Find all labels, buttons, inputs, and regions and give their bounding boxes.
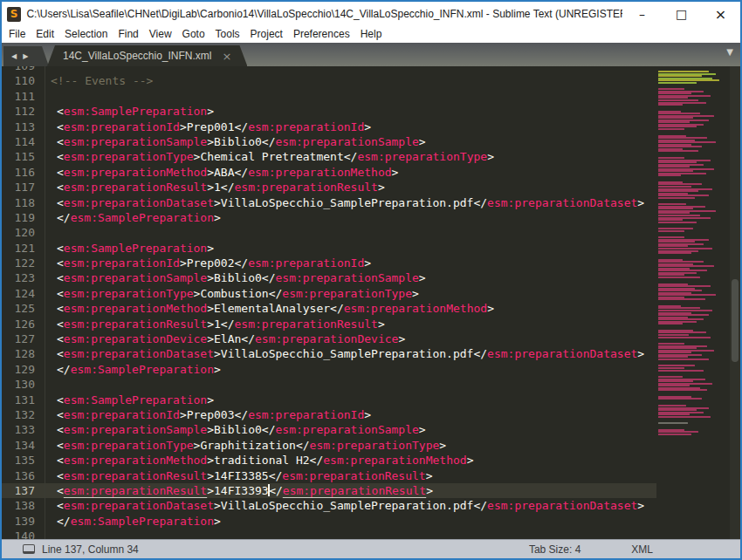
tab-close-icon[interactable]: × (223, 51, 232, 62)
code-line[interactable]: 127<esm:preparationDevice>ElAn</esm:prep… (2, 331, 656, 346)
code-text: <esm:preparationId>Prep002</esm:preparat… (45, 256, 371, 270)
code-line[interactable]: 124<esm:preparationType>Combustion</esm:… (2, 286, 656, 301)
code-line[interactable]: 133<esm:preparationSample>Biblio0</esm:p… (2, 422, 656, 437)
code-text: <esm:preparationId>Prep001</esm:preparat… (45, 120, 371, 134)
cursor-position[interactable]: Line 137, Column 34 (42, 543, 139, 556)
line-number: 138 (2, 498, 45, 513)
maximize-button[interactable]: □ (662, 2, 701, 26)
line-number: 131 (2, 393, 45, 407)
code-line[interactable]: 136<esm:preparationResult>14FI3385</esm:… (2, 468, 656, 483)
line-number: 114 (2, 134, 45, 149)
minimap-line (658, 318, 704, 320)
code-line[interactable]: 123<esm:preparationSample>Biblio0</esm:p… (2, 270, 656, 285)
code-line[interactable]: 110<!-- Events --> (2, 73, 656, 88)
code-line[interactable]: 129</esm:SamplePreparation> (2, 362, 656, 377)
code-line[interactable]: 115<esm:preparationType>Chemical Pretrea… (2, 149, 656, 164)
code-line[interactable]: 125<esm:preparationMethod>ElementalAnaly… (2, 301, 656, 316)
vertical-scrollbar[interactable] (730, 66, 740, 539)
code-line[interactable]: 131<esm:SamplePreparation> (2, 393, 656, 407)
sublime-logo-icon: S (7, 7, 21, 22)
code-line[interactable]: 122<esm:preparationId>Prep002</esm:prepa… (2, 256, 656, 270)
code-text (45, 377, 51, 392)
close-button[interactable]: × (701, 2, 740, 26)
code-line[interactable]: 134<esm:preparationType>Graphitization</… (2, 438, 656, 453)
line-number: 133 (2, 422, 45, 437)
window-title: C:\Users\Lisa\Seafile\CHNet\DigiLab\Carb… (26, 8, 622, 20)
code-line[interactable]: 119</esm:SamplePreparation> (2, 210, 656, 225)
menu-item-edit[interactable]: Edit (31, 26, 59, 43)
code-text (45, 89, 51, 104)
code-line[interactable]: 111 (2, 89, 656, 104)
minimap-line (658, 190, 698, 192)
tab-overflow-icon[interactable]: ▼ (726, 47, 733, 57)
code-line[interactable]: 128<esm:preparationDataset>VillaLoSpecch… (2, 346, 656, 361)
menu-item-file[interactable]: File (3, 26, 31, 43)
code-line[interactable]: 140 (2, 529, 656, 539)
code-line[interactable]: 139</esm:SamplePreparation> (2, 514, 656, 529)
code-line[interactable]: 135<esm:preparationMethod>traditional H2… (2, 453, 656, 468)
tab-bar: ◀ ▶ 14C_VillaLoSpecchio_INFN.xml × ▼ (2, 43, 740, 66)
tab-active-file[interactable]: 14C_VillaLoSpecchio_INFN.xml × (47, 45, 247, 66)
minimap-line (658, 157, 684, 159)
menu-item-tools[interactable]: Tools (210, 26, 245, 43)
code-line[interactable]: 114<esm:preparationSample>Biblio0</esm:p… (2, 134, 656, 149)
minimap-gap (658, 131, 726, 135)
code-line[interactable]: 137<esm:preparationResult>14FI3393</esm:… (2, 483, 656, 498)
minimap-line (658, 248, 712, 249)
menu-item-view[interactable]: View (144, 26, 177, 43)
line-number: 123 (2, 270, 45, 285)
status-bar: Line 137, Column 34 Tab Size: 4 XML (2, 539, 740, 558)
minimap-line (658, 186, 691, 188)
code-text: <esm:preparationDataset>VillaLoSpecchio_… (45, 498, 644, 513)
minimap-line (658, 113, 700, 114)
code-line[interactable]: 121<esm:SamplePreparation> (2, 241, 656, 256)
code-line[interactable]: 132<esm:preparationId>Prep003</esm:prepa… (2, 407, 656, 422)
code-text: </esm:SamplePreparation> (45, 210, 221, 225)
nav-back-icon[interactable]: ◀ (11, 52, 17, 60)
minimize-button[interactable]: – (622, 2, 662, 26)
minimap-line (658, 310, 712, 311)
syntax-indicator[interactable]: XML (631, 543, 653, 556)
code-line[interactable]: 112<esm:SamplePreparation> (2, 104, 656, 119)
tab-size-indicator[interactable]: Tab Size: 4 (529, 543, 581, 556)
menu-item-help[interactable]: Help (355, 26, 388, 43)
menu-item-selection[interactable]: Selection (59, 26, 113, 43)
nav-forward-icon[interactable]: ▶ (23, 52, 28, 60)
code-line[interactable]: 117<esm:preparationResult>1</esm:prepara… (2, 180, 656, 195)
code-text (45, 529, 51, 539)
minimap-line (658, 75, 702, 77)
menu-item-goto[interactable]: Goto (177, 26, 210, 43)
minimap-line (658, 117, 693, 119)
code-line[interactable]: 109 (2, 66, 656, 73)
menu-item-project[interactable]: Project (245, 26, 288, 43)
menu-item-find[interactable]: Find (113, 26, 143, 43)
code-line[interactable]: 113<esm:preparationId>Prep001</esm:prepa… (2, 120, 656, 134)
code-line[interactable]: 130 (2, 377, 656, 392)
code-text: <esm:SamplePreparation> (45, 241, 214, 256)
code-text: <esm:preparationResult>14FI3393</esm:pre… (45, 483, 433, 498)
line-number: 116 (2, 165, 45, 180)
minimap-line (658, 413, 690, 415)
minimap-gap (658, 106, 726, 111)
code-line[interactable]: 116<esm:preparationMethod>ABA</esm:prepa… (2, 165, 656, 180)
code-editor[interactable]: 109110<!-- Events -->111112<esm:SamplePr… (2, 66, 656, 539)
minimap-gap (658, 435, 726, 440)
minimap-line (658, 367, 684, 369)
minimap-line (658, 334, 689, 336)
code-text (45, 225, 51, 240)
menu-item-preferences[interactable]: Preferences (288, 26, 355, 43)
code-line[interactable]: 120 (2, 225, 656, 240)
code-text: <esm:preparationResult>1</esm:preparatio… (45, 317, 385, 331)
line-number: 127 (2, 331, 45, 346)
code-text: <esm:SamplePreparation> (45, 393, 214, 407)
code-text: <esm:preparationSample>Biblio0</esm:prep… (45, 134, 426, 149)
code-line[interactable]: 118<esm:preparationDataset>VillaLoSpecch… (2, 195, 656, 210)
code-line[interactable]: 138<esm:preparationDataset>VillaLoSpecch… (2, 498, 656, 513)
code-line[interactable]: 126<esm:preparationResult>1</esm:prepara… (2, 317, 656, 331)
minimap-line (658, 261, 704, 263)
scrollbar-thumb[interactable] (732, 279, 739, 362)
minimap-gap (658, 255, 726, 259)
minimap-line (658, 314, 709, 316)
minimap[interactable] (656, 66, 730, 539)
panel-toggle-icon[interactable] (23, 544, 35, 554)
